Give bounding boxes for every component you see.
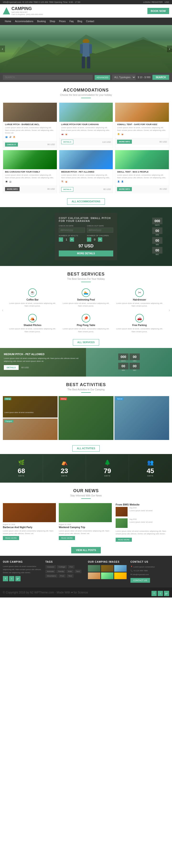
footer-google-icon[interactable]: g+ — [15, 576, 21, 581]
tag-animals[interactable]: Animals — [45, 569, 55, 573]
service-coffee-title: Coffee Bar — [26, 299, 39, 301]
news-read-more-1[interactable]: READ MORE — [3, 536, 19, 540]
tag-fun[interactable]: Fun — [68, 565, 75, 569]
footer-email: ✉ info@myemail.com — [130, 573, 169, 577]
all-activities-button[interactable]: ALL ACTIVITIES — [72, 445, 100, 452]
service-hairdresser-title: Hairdresser — [133, 299, 146, 301]
counter-4: 00 — [152, 247, 163, 254]
card-4-icon-1: 👨‍👩‍👧 — [5, 180, 8, 183]
children-count: 0 — [92, 238, 97, 241]
copyright-facebook-icon[interactable]: f — [151, 591, 157, 596]
nav-booking[interactable]: Booking — [35, 18, 48, 25]
nav-accommodations[interactable]: Accommodations — [13, 18, 35, 25]
card-5-price: 80 USD — [103, 188, 111, 190]
counter-num-2: 23 — [45, 467, 83, 475]
accommodations-section-header: ACCOMMODATIONS Choose the best accommoda… — [0, 82, 172, 100]
children-decrease-button[interactable]: - — [87, 237, 91, 242]
svg-rect-5 — [80, 44, 83, 54]
tag-pool[interactable]: Pool — [58, 574, 66, 578]
footer-img-5[interactable] — [101, 572, 114, 579]
card-5-image — [59, 150, 113, 169]
logo-tagline: Call Us Anytime: (000) 000-000-0000 — [11, 13, 43, 16]
calculator-more-details-button[interactable]: MORE DETAILS — [59, 250, 113, 256]
tag-tent[interactable]: Tent — [75, 569, 81, 573]
feature-details-button[interactable]: DETAILS — [4, 365, 19, 370]
footer-facebook-icon[interactable]: f — [3, 576, 8, 581]
card-3-btn[interactable]: MORE INFO — [117, 140, 132, 144]
footer-images-title: OUR CAMPING IMAGES — [88, 561, 127, 563]
children-increase-button[interactable]: + — [98, 237, 102, 242]
cost-calculator: COST CALCULATOR: SMALL PITCH FOR YOUR CA… — [55, 213, 117, 260]
all-accommodations-button[interactable]: ALL ACCOMMODATIONS — [67, 198, 105, 205]
services-next-arrow[interactable]: › — [169, 308, 170, 313]
accommodation-card-3: XSMALL TENT - SAFE FOR YOUR KIDZ Lorem i… — [115, 102, 169, 148]
search-button[interactable]: SEARCH — [152, 75, 169, 80]
card-4-icon-2: 🚐 — [9, 180, 12, 183]
news-date-2: August 10, 2016 — [59, 524, 112, 525]
view-all-posts-button[interactable]: VIEW ALL POSTS — [71, 547, 101, 553]
card-6-btn[interactable]: MORE INFO — [117, 187, 132, 191]
nav-contact[interactable]: Contact — [84, 18, 96, 25]
nav-shop[interactable]: Shop — [48, 18, 57, 25]
nav-faq[interactable]: Faq — [68, 18, 75, 25]
footer-images: OUR CAMPING IMAGES — [88, 561, 127, 583]
all-activities-container: ALL ACTIVITIES — [0, 443, 172, 454]
card-5-btn[interactable]: DETAILS — [61, 187, 74, 192]
copyright-twitter-icon[interactable]: t — [158, 591, 163, 596]
pool-icon: 🏊 — [82, 288, 90, 297]
card-4-price: 80 USD — [47, 188, 55, 190]
nature-icon: 🌲 — [89, 460, 126, 466]
card-1-btn[interactable]: CHECK IT — [5, 143, 18, 147]
search-input[interactable] — [3, 75, 93, 80]
feature-counter-3: 00 — [118, 363, 128, 369]
all-services-button[interactable]: ALL SERVICES — [73, 339, 99, 346]
book-now-button[interactable]: BOOK NOW — [147, 8, 169, 14]
tag-family[interactable]: Family — [56, 569, 66, 573]
copyright-google-icon[interactable]: g+ — [164, 591, 169, 596]
scissors-icon: ✂ — [135, 288, 144, 297]
footer-img-4[interactable] — [88, 572, 100, 579]
card-4-btn[interactable]: MORE INFO — [5, 187, 20, 191]
activity-text-1: Lorem ipsum dolor sit amet consectetur. — [4, 412, 56, 413]
news-text-1: Lorem ipsum dolor sit amet consectetur a… — [3, 530, 56, 535]
tag-cottage[interactable]: Cottage — [57, 565, 67, 569]
card-2-btn[interactable]: DETAILS — [61, 140, 74, 144]
card-2-text: Lorem ipsum dolor sit amet, consectetur … — [61, 126, 111, 131]
service-pingpong-title: Ping Pong Table — [77, 324, 95, 327]
checkout-input[interactable] — [87, 227, 113, 232]
footer-img-3[interactable] — [114, 565, 127, 572]
footer-contact-button[interactable]: CONTACT US — [130, 578, 150, 583]
hero-next-arrow[interactable]: › — [167, 45, 172, 52]
activity-item-2[interactable]: Biking — [58, 396, 113, 440]
footer-img-6[interactable] — [114, 572, 127, 579]
counter-num-1: 68 — [2, 467, 40, 475]
news-side-read-more[interactable]: READ MORE — [116, 538, 132, 542]
nav-blog[interactable]: Blog — [75, 18, 84, 25]
activity-item-3[interactable]: Natural — [115, 396, 169, 440]
hero-prev-arrow[interactable]: ‹ — [0, 45, 5, 52]
adults-decrease-button[interactable]: - — [59, 237, 63, 242]
login-link[interactable]: LOGIN / REGISTER — [143, 1, 163, 3]
all-services-container: ALL SERVICES — [0, 337, 172, 348]
checkin-input[interactable] — [59, 227, 85, 232]
card-4-title: BIG CARAVAN FOR YOUR FAMILY — [5, 170, 55, 173]
card-1-icon-2: 🏕 — [9, 135, 12, 138]
typology-select[interactable]: ALL Typologies — [112, 74, 136, 80]
footer-twitter-icon[interactable]: t — [9, 576, 14, 581]
footer-img-2[interactable] — [101, 565, 114, 572]
tag-caravan[interactable]: Caravan — [45, 565, 56, 569]
news-side-title: From BMS Website — [116, 503, 168, 506]
tag-test[interactable]: Test — [67, 574, 74, 578]
nav-prices[interactable]: Prices — [57, 18, 68, 25]
advanced-button[interactable]: ADVANCED — [95, 75, 110, 80]
activity-item-4[interactable]: Passport — [3, 418, 57, 440]
activity-item-1[interactable]: Hiking Lorem ipsum dolor sit amet consec… — [3, 396, 57, 417]
footer-img-1[interactable] — [88, 565, 100, 572]
svg-rect-4 — [82, 43, 90, 57]
nav-home[interactable]: Home — [3, 18, 13, 25]
adults-increase-button[interactable]: + — [70, 237, 74, 242]
tag-mountains[interactable]: Mountains — [45, 574, 57, 578]
news-read-more-2[interactable]: READ MORE — [59, 536, 75, 540]
footer-camping: OUR CAMPING Lorem ipsum dolor sit amet c… — [3, 561, 42, 583]
tag-kids[interactable]: Kids — [67, 569, 74, 573]
